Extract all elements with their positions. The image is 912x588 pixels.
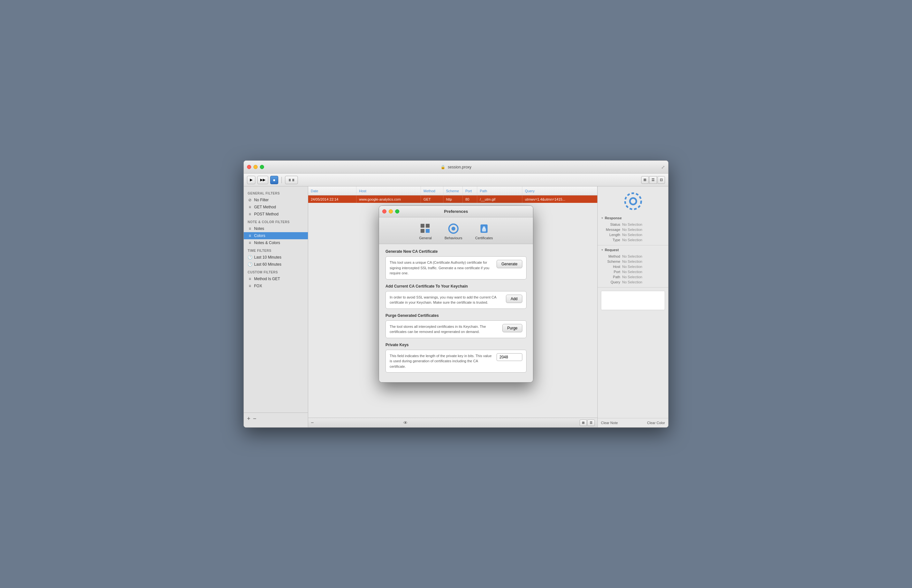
time-filters-header: TIME FILTERS <box>244 246 308 254</box>
header-date[interactable]: Date <box>308 186 357 195</box>
private-keys-text: This field indicates the length of the p… <box>390 353 493 369</box>
fox-icon: ≡ <box>248 284 252 288</box>
req-query-value: No Selection <box>620 280 665 284</box>
right-panel: ▼ Response Status No Selection Message N… <box>597 186 668 427</box>
toolbar: ▶ ▶▶ ■ ⏸⏸ ⊞ ☰ ⊡ <box>244 174 668 186</box>
header-method[interactable]: Method <box>421 186 444 195</box>
response-message-row: Message No Selection <box>601 227 665 232</box>
req-port-value: No Selection <box>620 270 665 274</box>
cell-path: /__utm.gif <box>477 195 522 203</box>
sidebar-item-fox[interactable]: ≡ FOX <box>244 283 308 289</box>
sidebar-item-post-method[interactable]: ≡ POST Method <box>244 211 308 218</box>
bottom-view-btns: ⊞ ☰ <box>579 420 595 426</box>
req-scheme-label: Scheme <box>601 260 620 263</box>
get-method-icon: ≡ <box>248 205 252 209</box>
sidebar-item-last-10[interactable]: 🕐 Last 10 Minutes <box>244 254 308 261</box>
minus-btn[interactable]: − <box>311 420 314 426</box>
certificates-tab-label: Certificates <box>475 236 493 240</box>
tab-general[interactable]: General <box>416 221 435 241</box>
sidebar-item-get-method[interactable]: ≡ GET Method <box>244 204 308 211</box>
sidebar-item-notes[interactable]: ≡ Notes <box>244 225 308 232</box>
sidebar-item-method-get[interactable]: ≡ Method Is GET <box>244 275 308 283</box>
tab-behaviours[interactable]: Behaviours <box>442 221 466 241</box>
add-btn[interactable]: Add <box>506 295 522 303</box>
dialog-maximize-btn[interactable] <box>395 209 399 213</box>
private-keys-input[interactable] <box>497 353 522 361</box>
cell-method: GET <box>421 195 444 203</box>
dialog-body: Generate New CA Certificate This tool us… <box>379 244 533 382</box>
header-port[interactable]: Port <box>463 186 477 195</box>
right-panel-spacer <box>598 288 668 418</box>
resize-icon[interactable]: ⤢ <box>661 165 665 170</box>
general-tab-label: General <box>419 236 431 240</box>
dialog-minimize-btn[interactable] <box>389 209 393 213</box>
close-button[interactable] <box>247 165 251 169</box>
title-bar: 🔒 session.proxy ⤢ <box>244 161 668 174</box>
dialog-close-btn[interactable] <box>382 209 386 213</box>
title-icon: 🔒 <box>441 165 446 170</box>
response-header: ▼ Response <box>601 216 665 220</box>
certificates-tab-icon <box>478 223 490 235</box>
response-triangle: ▼ <box>601 217 604 220</box>
sidebar-item-last-60[interactable]: 🕐 Last 60 Minutes <box>244 261 308 268</box>
play-btn[interactable]: ▶ <box>247 176 255 184</box>
post-method-icon: ≡ <box>248 212 252 216</box>
bottom-list-btn[interactable]: ☰ <box>588 420 595 426</box>
response-type-row: Type No Selection <box>601 237 665 242</box>
header-query[interactable]: Query <box>522 186 597 195</box>
dialog-title-bar: Preferences <box>379 206 533 217</box>
generate-ca-title: Generate New CA Certificate <box>386 249 526 254</box>
clear-note-btn[interactable]: Clear Note <box>601 421 618 425</box>
traffic-bottom-bar: − 👁 ⊞ ☰ <box>308 418 597 427</box>
generate-ca-content: This tool uses a unique CA (Certificate … <box>386 256 526 279</box>
svg-point-7 <box>452 227 455 231</box>
req-host-label: Host <box>601 265 620 268</box>
svg-rect-2 <box>421 224 425 228</box>
custom-filters-header: CUSTOM FILTERS <box>244 268 308 275</box>
add-filter-btn[interactable]: + <box>247 415 250 422</box>
remove-filter-btn[interactable]: − <box>253 415 257 422</box>
length-value: No Selection <box>620 233 665 237</box>
colors-icon: ≡ <box>248 233 252 238</box>
request-query-row: Query No Selection <box>601 279 665 285</box>
purge-content: The tool stores all intercepted certific… <box>386 320 526 338</box>
record-btn[interactable]: ■ <box>270 176 278 184</box>
minimize-button[interactable] <box>253 165 258 169</box>
svg-rect-4 <box>421 229 425 233</box>
response-section: ▼ Response Status No Selection Message N… <box>598 213 668 246</box>
purge-btn[interactable]: Purge <box>502 324 522 332</box>
window-title: 🔒 session.proxy <box>441 165 471 170</box>
header-host[interactable]: Host <box>357 186 421 195</box>
sidebar-item-notes-colors[interactable]: ≡ Notes & Colors <box>244 239 308 246</box>
req-path-value: No Selection <box>620 275 665 279</box>
generate-ca-text: This tool uses a unique CA (Certificate … <box>390 260 493 276</box>
tab-certificates[interactable]: Certificates <box>472 221 496 241</box>
private-keys-title: Private Keys <box>386 342 526 347</box>
maximize-button[interactable] <box>260 165 264 169</box>
type-value: No Selection <box>620 238 665 242</box>
behaviours-tab-label: Behaviours <box>445 236 462 240</box>
sidebar-item-colors[interactable]: ≡ Colors <box>244 232 308 239</box>
req-path-label: Path <box>601 275 620 279</box>
generate-ca-section: Generate New CA Certificate This tool us… <box>386 249 526 279</box>
table-row[interactable]: 24/05/2014 22:14 www.google-analytics.co… <box>308 195 597 203</box>
clear-color-btn[interactable]: Clear Color <box>647 421 665 425</box>
header-path[interactable]: Path <box>477 186 522 195</box>
preferences-dialog[interactable]: Preferences General <box>379 205 533 383</box>
req-method-value: No Selection <box>620 254 665 258</box>
type-label: Type <box>601 238 620 242</box>
header-scheme[interactable]: Scheme <box>444 186 463 195</box>
list-view-btn[interactable]: ☰ <box>649 176 657 184</box>
generate-btn[interactable]: Generate <box>497 260 522 268</box>
split-view-btn[interactable]: ⊞ <box>641 176 649 184</box>
pause-btn[interactable]: ⏸⏸ <box>285 176 298 184</box>
stop-btn[interactable]: ▶▶ <box>257 176 268 184</box>
req-scheme-value: No Selection <box>620 260 665 263</box>
note-color-header: NOTE & COLOR FILTERS <box>244 218 308 225</box>
bottom-split-btn[interactable]: ⊞ <box>579 420 587 426</box>
svg-point-1 <box>625 193 641 209</box>
detail-view-btn[interactable]: ⊡ <box>658 176 665 184</box>
notes-textarea[interactable] <box>601 291 665 310</box>
sidebar-item-no-filter[interactable]: ⊘ No Filter <box>244 196 308 204</box>
response-length-row: Length No Selection <box>601 232 665 237</box>
